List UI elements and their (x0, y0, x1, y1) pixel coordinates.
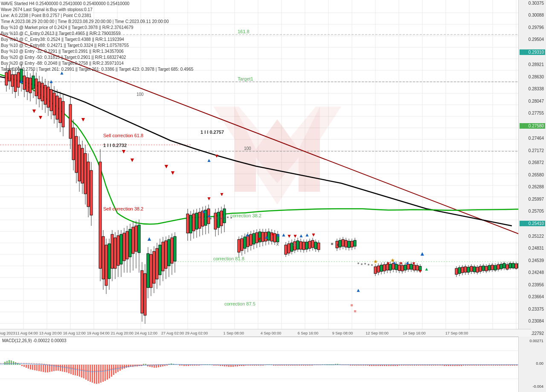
svg-rect-403 (9, 360, 10, 365)
svg-rect-472 (156, 365, 157, 368)
svg-rect-254 (354, 240, 356, 246)
svg-rect-84 (44, 85, 46, 104)
svg-text:▼: ▼ (163, 163, 169, 170)
svg-rect-86 (47, 87, 49, 107)
svg-text:▲: ▲ (276, 232, 281, 238)
svg-rect-404 (11, 360, 12, 365)
svg-rect-416 (36, 365, 38, 371)
svg-rect-419 (43, 365, 44, 372)
svg-rect-174 (198, 212, 201, 228)
svg-rect-449 (107, 365, 108, 380)
svg-rect-238 (314, 242, 317, 249)
svg-text:★: ★ (373, 259, 378, 265)
svg-rect-451 (111, 365, 112, 377)
price-23956: 0.23956 (520, 282, 545, 287)
svg-rect-456 (122, 365, 123, 369)
time-label-sep4: 4 Sep 00:00 (261, 331, 282, 335)
svg-rect-258 (377, 266, 380, 272)
price-24539: 0.24539 (520, 258, 545, 263)
svg-rect-296 (467, 267, 470, 272)
time-label-aug11: 11 Aug 04:00 (15, 331, 38, 335)
svg-rect-314 (494, 265, 497, 270)
svg-rect-427 (60, 365, 61, 371)
svg-rect-435 (77, 365, 78, 376)
price-26288: 0.26288 (520, 184, 545, 189)
svg-rect-74 (29, 78, 32, 93)
svg-rect-473 (158, 365, 159, 367)
target1-label: Target1 (238, 76, 253, 81)
svg-rect-72 (26, 78, 29, 92)
svg-rect-102 (75, 136, 78, 173)
svg-rect-132 (126, 231, 128, 259)
svg-rect-148 (150, 254, 152, 288)
svg-point-342 (217, 217, 218, 219)
svg-text:▲: ▲ (405, 260, 410, 265)
price-26872: 0.26872 (520, 160, 545, 165)
svg-rect-477 (166, 365, 168, 366)
time-label-sep1: 1 Sep 08:00 (224, 331, 244, 335)
svg-rect-156 (162, 242, 164, 271)
svg-rect-232 (305, 242, 308, 249)
svg-rect-485 (186, 365, 187, 366)
price-29504: 0.29504 (520, 37, 545, 42)
svg-text:▲: ▲ (424, 266, 429, 271)
svg-rect-94 (59, 98, 61, 123)
svg-rect-124 (114, 238, 116, 268)
svg-rect-228 (299, 242, 302, 249)
price-25997: 0.25997 (520, 197, 545, 202)
svg-rect-188 (223, 209, 226, 223)
svg-rect-114 (99, 162, 102, 268)
svg-rect-417 (38, 365, 40, 371)
price-25410: 0.25410 (520, 221, 545, 226)
svg-rect-434 (75, 365, 76, 375)
svg-rect-433 (73, 365, 74, 375)
svg-rect-428 (62, 365, 63, 372)
svg-text:▲: ▲ (356, 287, 361, 293)
svg-text:★: ★ (390, 257, 395, 263)
svg-rect-402 (6, 361, 8, 365)
svg-text:✕: ✕ (293, 242, 296, 247)
svg-rect-98 (69, 104, 72, 138)
svg-text:▲: ▲ (281, 232, 286, 238)
svg-rect-300 (473, 267, 476, 272)
svg-text:▼: ▼ (311, 232, 316, 238)
svg-rect-298 (470, 266, 473, 271)
svg-rect-248 (345, 240, 347, 247)
svg-rect-308 (485, 266, 488, 271)
svg-rect-431 (68, 365, 70, 373)
price-25122: 0.25122 (520, 234, 545, 239)
svg-rect-256 (374, 267, 377, 274)
time-label-sep17: 17 Sep 08:00 (445, 331, 468, 335)
svg-text:▲: ▲ (18, 78, 24, 84)
svg-rect-310 (488, 265, 491, 270)
svg-rect-120 (108, 244, 110, 279)
svg-rect-326 (512, 263, 514, 268)
svg-text:▼: ▼ (293, 233, 298, 239)
svg-rect-412 (28, 365, 29, 369)
svg-rect-394 (337, 244, 339, 246)
svg-rect-290 (458, 268, 461, 274)
svg-rect-76 (32, 76, 35, 89)
price-25705: 0.25705 (520, 209, 545, 213)
svg-rect-170 (192, 214, 195, 231)
svg-rect-411 (26, 365, 27, 368)
svg-rect-432 (70, 365, 72, 374)
svg-rect-396 (351, 304, 353, 306)
svg-rect-136 (132, 227, 134, 254)
time-label-aug8: 8 Aug 2023 (0, 331, 15, 335)
svg-rect-236 (311, 240, 314, 248)
svg-rect-484 (183, 365, 185, 366)
svg-rect-220 (288, 244, 290, 253)
svg-rect-142 (141, 271, 143, 313)
price-28338: 0.28338 (520, 86, 545, 91)
time-label-aug21: 21 Aug 20:00 (111, 331, 134, 335)
chart-svg: ▼ ▼ ▼ ▲ ▲ ▲ ▼ ▼ ▼ ▼ ▲ ▲ ▼ ▼ ▼ ▲ ▲ (0, 0, 531, 337)
svg-rect-288 (455, 268, 458, 274)
svg-rect-158 (165, 241, 167, 268)
macd-price-top: 0.00271 (529, 339, 545, 343)
svg-rect-78 (35, 79, 38, 96)
svg-rect-118 (105, 245, 107, 285)
time-label-sep9: 9 Sep 08:00 (332, 331, 353, 335)
svg-rect-324 (509, 263, 511, 268)
svg-rect-168 (189, 215, 192, 233)
